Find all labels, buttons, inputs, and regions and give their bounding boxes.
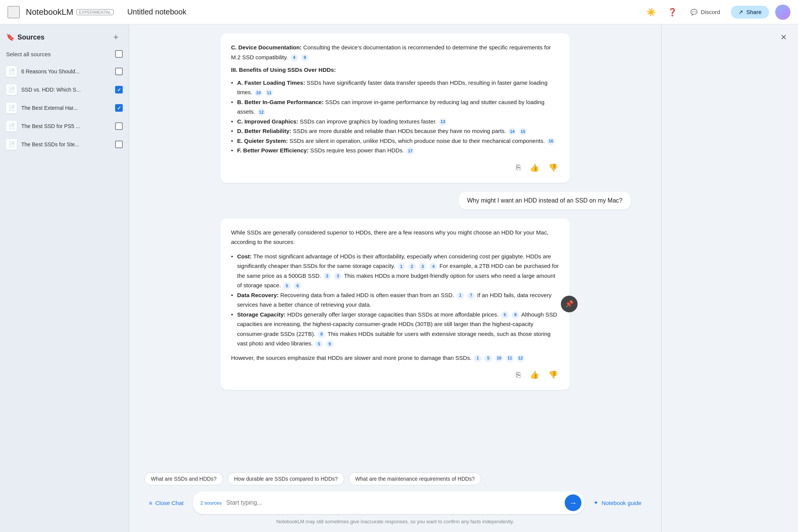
suggestions-bar: What are SSDs and HDDs?How durable are S… — [129, 472, 661, 485]
source-item-4[interactable]: 📄 The Best SSD for PS5 ... — [0, 117, 129, 135]
center-area: C. Device Documentation: Consulting the … — [129, 24, 661, 532]
source-label-1: 6 Reasons You Should... — [21, 68, 111, 74]
citation-10a[interactable]: 10 — [255, 89, 262, 97]
list-item-b: B. Better In-Game Performance: SSDs can … — [231, 97, 559, 117]
hdd-reasons-list: Cost: The most significant advantage of … — [231, 252, 559, 348]
close-chat-label: Close Chat — [155, 500, 184, 506]
share-button[interactable]: ↗ Share — [731, 6, 769, 19]
citation-17f[interactable]: 17 — [407, 147, 414, 155]
disclaimer: NotebookLM may still sometimes give inac… — [144, 519, 646, 524]
list-item-e: E. Quieter System: SSDs are silent in op… — [231, 136, 559, 146]
source-icon-5: 📄 — [6, 139, 17, 150]
hdd-cost-item: Cost: The most significant advantage of … — [231, 252, 559, 290]
source-checkbox-4[interactable] — [115, 122, 123, 130]
suggestion-chip-1[interactable]: What are SSDs and HDDs? — [144, 472, 223, 485]
suggestion-chip-3[interactable]: What are the maintenance requirements of… — [349, 472, 481, 485]
source-checkbox-2[interactable] — [115, 86, 123, 93]
citation-15d[interactable]: 15 — [519, 128, 527, 135]
sources-icon: 🔖 — [6, 33, 14, 41]
citation-9[interactable]: 9 — [301, 54, 309, 62]
partial-text: C. Device Documentation: Consulting the … — [231, 43, 559, 62]
sidebar-header: 🔖 Sources + — [0, 30, 129, 47]
ai-response-2-row: 📌 While SSDs are generally considered su… — [144, 218, 646, 390]
nav-right-actions: ☀️ ❓ 💬 Discord ↗ Share — [643, 5, 790, 20]
thumbup-button-1[interactable]: 👍 — [528, 162, 541, 174]
close-chat-button[interactable]: ≡ Close Chat — [144, 497, 188, 509]
section-heading: III. Benefits of Using SSDs Over HDDs: — [231, 65, 559, 75]
source-item-3[interactable]: 📄 The Best External Har... — [0, 99, 129, 117]
chat-input-wrapper: 2 sources → — [193, 491, 584, 514]
user-avatar[interactable] — [775, 5, 790, 20]
pin-icon[interactable]: 📌 — [561, 296, 578, 312]
bottom-bar: ≡ Close Chat 2 sources → ✦ Notebook guid… — [129, 487, 661, 532]
response2-intro: While SSDs are generally considered supe… — [231, 228, 559, 247]
citation-13c[interactable]: 13 — [439, 118, 446, 126]
citation-14d[interactable]: 14 — [508, 128, 516, 135]
sidebar-title: 🔖 Sources — [6, 33, 44, 41]
citation-12b[interactable]: 12 — [258, 108, 265, 116]
hamburger-menu[interactable] — [8, 6, 20, 18]
send-button[interactable]: → — [565, 494, 581, 511]
select-all-label: Select all sources — [6, 51, 51, 57]
citation-11a[interactable]: 11 — [265, 89, 273, 97]
sources-sidebar: 🔖 Sources + Select all sources 📄 6 Reaso… — [0, 24, 129, 532]
discord-icon: 💬 — [690, 9, 698, 16]
chat-input[interactable] — [226, 499, 560, 506]
chat-input-row: ≡ Close Chat 2 sources → ✦ Notebook guid… — [144, 491, 646, 514]
notebook-guide-button[interactable]: ✦ Notebook guide — [589, 496, 646, 509]
main-layout: 🔖 Sources + Select all sources 📄 6 Reaso… — [0, 24, 798, 532]
ai-response-1-row: C. Device Documentation: Consulting the … — [144, 33, 646, 183]
select-all-row: Select all sources — [0, 47, 129, 62]
source-label-3: The Best External Har... — [21, 105, 111, 111]
close-panel-button[interactable]: ✕ — [777, 30, 790, 44]
discord-button[interactable]: 💬 Discord — [686, 6, 725, 18]
sources-badge: 2 sources — [200, 500, 222, 506]
source-checkbox-3[interactable] — [115, 104, 123, 112]
list-item-d: D. Better Reliability: SSDs are more dur… — [231, 126, 559, 136]
source-icon-3: 📄 — [6, 103, 17, 113]
list-item-c: C. Improved Graphics: SSDs can improve g… — [231, 117, 559, 127]
bubble-actions-1: ⎘ 👍 👎 — [231, 162, 559, 174]
thumbup-button-2[interactable]: 👍 — [528, 369, 541, 381]
notebook-title[interactable]: Untitled notebook — [127, 8, 637, 16]
source-icon-2: 📄 — [6, 84, 17, 95]
chat-area: C. Device Documentation: Consulting the … — [129, 24, 661, 472]
list-item-a: A. Faster Loading Times: SSDs have signi… — [231, 78, 559, 97]
source-checkbox-1[interactable] — [115, 68, 123, 75]
share-label: Share — [746, 9, 762, 15]
citation-16e[interactable]: 16 — [547, 138, 555, 145]
source-list: 📄 6 Reasons You Should... 📄 SSD vs. HDD:… — [0, 62, 129, 154]
right-panel: ✕ — [661, 24, 798, 532]
source-label-4: The Best SSD for PS5 ... — [21, 123, 111, 129]
source-checkbox-5[interactable] — [115, 141, 123, 148]
sidebar-title-text: Sources — [17, 33, 44, 41]
select-all-checkbox[interactable] — [115, 50, 123, 58]
copy-button-1[interactable]: ⎘ — [515, 162, 522, 174]
logo-badge: EXPERIMENTAL — [76, 9, 114, 15]
discord-label: Discord — [701, 9, 720, 15]
thumbdown-button-2[interactable]: 👎 — [547, 369, 559, 381]
ai-bubble-1: C. Device Documentation: Consulting the … — [220, 33, 570, 183]
help-button[interactable]: ❓ — [665, 5, 680, 20]
add-source-button[interactable]: + — [109, 30, 123, 44]
source-label-2: SSD vs. HDD: Which S... — [21, 87, 111, 93]
source-item-2[interactable]: 📄 SSD vs. HDD: Which S... — [0, 81, 129, 99]
source-icon-4: 📄 — [6, 121, 17, 131]
user-bubble-row: Why might I want an HDD instead of an SS… — [144, 192, 646, 209]
source-item-1[interactable]: 📄 6 Reasons You Should... — [0, 62, 129, 81]
response2-conclusion: However, the sources emphasize that HDDs… — [231, 353, 559, 363]
hdd-storage-item: Storage Capacity: HDDs generally offer l… — [231, 310, 559, 348]
benefits-list: A. Faster Loading Times: SSDs have signi… — [231, 78, 559, 155]
app-logo: NotebookLM EXPERIMENTAL — [26, 7, 114, 17]
theme-toggle-button[interactable]: ☀️ — [643, 5, 659, 20]
user-bubble: Why might I want an HDD instead of an SS… — [459, 192, 631, 209]
copy-button-2[interactable]: ⎘ — [515, 369, 522, 381]
source-label-5: The Best SSDs for Ste... — [21, 141, 111, 147]
source-item-5[interactable]: 📄 The Best SSDs for Ste... — [0, 135, 129, 154]
share-icon: ↗ — [738, 9, 743, 16]
suggestion-chip-2[interactable]: How durable are SSDs compared to HDDs? — [228, 472, 344, 485]
hdd-data-recovery-item: Data Recovery: Recovering data from a fa… — [231, 290, 559, 310]
citation-4[interactable]: 4 — [290, 54, 298, 62]
thumbdown-button-1[interactable]: 👎 — [547, 162, 559, 174]
list-item-f: F. Better Power Efficiency: SSDs require… — [231, 146, 559, 155]
